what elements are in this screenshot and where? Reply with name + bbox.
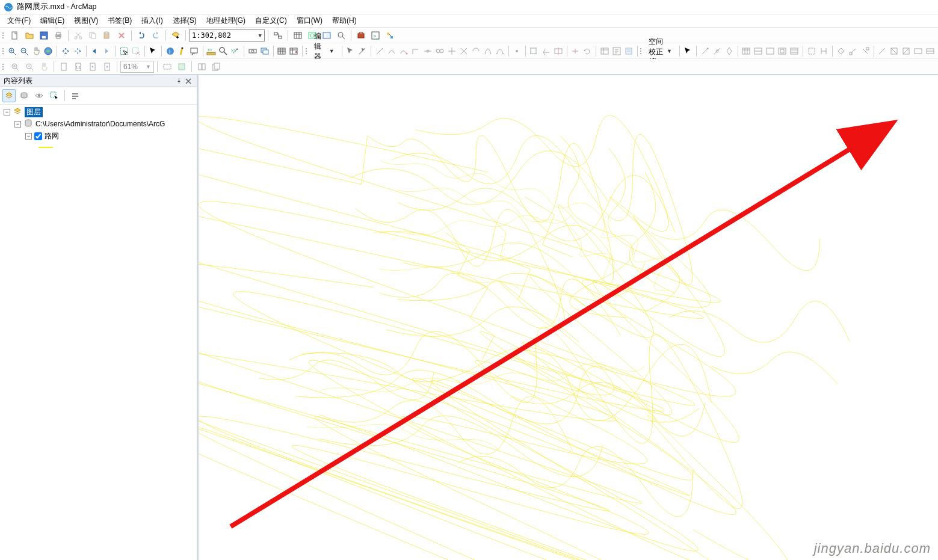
- adj-props-1[interactable]: [753, 45, 764, 58]
- link-table-button[interactable]: [741, 45, 751, 58]
- attributes-button[interactable]: [599, 45, 610, 58]
- toc-tree[interactable]: − 图层 − C:\Users\Administrator\Documents\…: [0, 105, 197, 560]
- trace-button[interactable]: [398, 45, 409, 58]
- collapse-icon[interactable]: −: [14, 121, 21, 128]
- layout-zoom-combo[interactable]: 61% ▼: [120, 61, 154, 73]
- menu-view[interactable]: 视图(V): [69, 14, 103, 27]
- toolbar-grip[interactable]: [2, 45, 4, 57]
- python-window-button[interactable]: >_: [369, 29, 382, 42]
- hyperlink-button[interactable]: [177, 45, 188, 58]
- split-tool-button[interactable]: [570, 45, 581, 58]
- open-table-button[interactable]: [276, 45, 287, 58]
- zoom-whole-page-button[interactable]: [57, 60, 70, 73]
- fixed-zoom-out-button[interactable]: [72, 45, 83, 58]
- layout-back-button[interactable]: [86, 60, 99, 73]
- adj-tool-c[interactable]: [860, 45, 871, 58]
- pin-icon[interactable]: [174, 76, 184, 86]
- adj-tool-e[interactable]: [889, 45, 899, 58]
- time-slider-tool-button[interactable]: [247, 45, 258, 58]
- bezier-button[interactable]: [495, 45, 505, 58]
- select-elements-button[interactable]: [147, 45, 158, 58]
- adj-tool-b[interactable]: [848, 45, 859, 58]
- point-button[interactable]: [511, 45, 522, 58]
- arc-segment-button[interactable]: [471, 45, 481, 58]
- toc-geodatabase-row[interactable]: − C:\Users\Administrator\Documents\ArcG: [0, 118, 197, 130]
- editor-toolbar-icon[interactable]: [271, 29, 285, 42]
- straight-segment-button[interactable]: [374, 45, 385, 58]
- html-popup-button[interactable]: [189, 45, 200, 58]
- toc-options-button[interactable]: [69, 89, 82, 102]
- toc-layer-row[interactable]: − 路网: [0, 130, 197, 142]
- copy-button[interactable]: [86, 29, 99, 42]
- toggle-draft-button[interactable]: [161, 60, 174, 73]
- adj-edge-match-button[interactable]: [818, 45, 829, 58]
- print-button[interactable]: [52, 29, 65, 42]
- adj-props-2[interactable]: [765, 45, 776, 58]
- menu-file[interactable]: 文件(F): [2, 14, 35, 27]
- close-icon[interactable]: [184, 76, 193, 86]
- intersection-button[interactable]: [458, 45, 469, 58]
- adj-props-3[interactable]: [777, 45, 788, 58]
- measure-button[interactable]: XY: [206, 45, 217, 58]
- focus-data-frame-button[interactable]: [175, 60, 188, 73]
- reshape-feature-button[interactable]: [541, 45, 552, 58]
- change-layout-button[interactable]: [195, 60, 208, 73]
- collapse-icon[interactable]: −: [25, 133, 32, 140]
- adj-tool-g[interactable]: [913, 45, 924, 58]
- menu-help[interactable]: 帮助(H): [327, 14, 362, 27]
- toc-dataframe-row[interactable]: − 图层: [0, 106, 197, 118]
- edit-vertices-button[interactable]: [529, 45, 540, 58]
- zoom-out-button[interactable]: [19, 45, 29, 58]
- end-point-arc-button[interactable]: [386, 45, 397, 58]
- add-data-button[interactable]: [169, 29, 182, 42]
- table-window-button[interactable]: [291, 29, 304, 42]
- toolbar-grip[interactable]: [2, 61, 6, 73]
- direction-distance-button[interactable]: [446, 45, 457, 58]
- adj-select-button[interactable]: [682, 45, 693, 58]
- modified-link-button[interactable]: [712, 45, 723, 58]
- fixed-zoom-in-button[interactable]: [60, 45, 71, 58]
- go-forward-button[interactable]: [101, 45, 112, 58]
- edit-annotation-button[interactable]: [357, 45, 368, 58]
- delete-button[interactable]: [115, 29, 128, 42]
- layer-visibility-checkbox[interactable]: [34, 132, 42, 140]
- adj-tool-d[interactable]: [877, 45, 887, 58]
- layout-zoom-out-button[interactable]: [23, 60, 36, 73]
- full-extent-button[interactable]: [43, 45, 54, 58]
- layout-forward-button[interactable]: [100, 60, 114, 73]
- cut-button[interactable]: [72, 29, 85, 42]
- open-button[interactable]: [23, 29, 36, 42]
- midpoint-button[interactable]: [422, 45, 433, 58]
- find-route-button[interactable]: XY: [230, 45, 241, 58]
- list-by-visibility-button[interactable]: [32, 89, 46, 102]
- menu-bookmarks[interactable]: 书签(B): [103, 14, 137, 27]
- layout-pan-button[interactable]: [37, 60, 51, 73]
- identity-link-button[interactable]: [724, 45, 735, 58]
- clear-selection-button[interactable]: [131, 45, 141, 58]
- distance-distance-button[interactable]: [434, 45, 445, 58]
- map-canvas[interactable]: Bai du 经验 jingyan.baidu.com 7 号游戏: [199, 75, 938, 560]
- select-features-button[interactable]: [119, 45, 129, 58]
- displacement-link-button[interactable]: [700, 45, 711, 58]
- menu-geoprocessing[interactable]: 地理处理(G): [202, 14, 250, 27]
- paste-button[interactable]: [100, 29, 114, 42]
- toolbar-grip[interactable]: [306, 45, 307, 57]
- search-window-button[interactable]: [335, 29, 348, 42]
- identify-button[interactable]: i: [165, 45, 176, 58]
- tangent-curve-button[interactable]: [483, 45, 493, 58]
- editor-menu-button[interactable]: 编辑器(R) ▼: [310, 45, 339, 58]
- go-back-button[interactable]: [89, 45, 100, 58]
- save-button[interactable]: [37, 29, 51, 42]
- data-driven-pages-button[interactable]: [209, 60, 223, 73]
- arctoolbox-button[interactable]: [354, 29, 368, 42]
- layout-zoom-in-button[interactable]: [8, 60, 22, 73]
- table-options-button[interactable]: [288, 45, 299, 58]
- menu-edit[interactable]: 编辑(E): [35, 14, 69, 27]
- adj-tool-h[interactable]: [925, 45, 936, 58]
- right-angle-button[interactable]: [410, 45, 421, 58]
- find-button[interactable]: [218, 45, 229, 58]
- undo-button[interactable]: [135, 29, 148, 42]
- list-by-source-button[interactable]: [17, 89, 31, 102]
- adj-tool-f[interactable]: [901, 45, 912, 58]
- list-by-selection-button[interactable]: [48, 89, 61, 102]
